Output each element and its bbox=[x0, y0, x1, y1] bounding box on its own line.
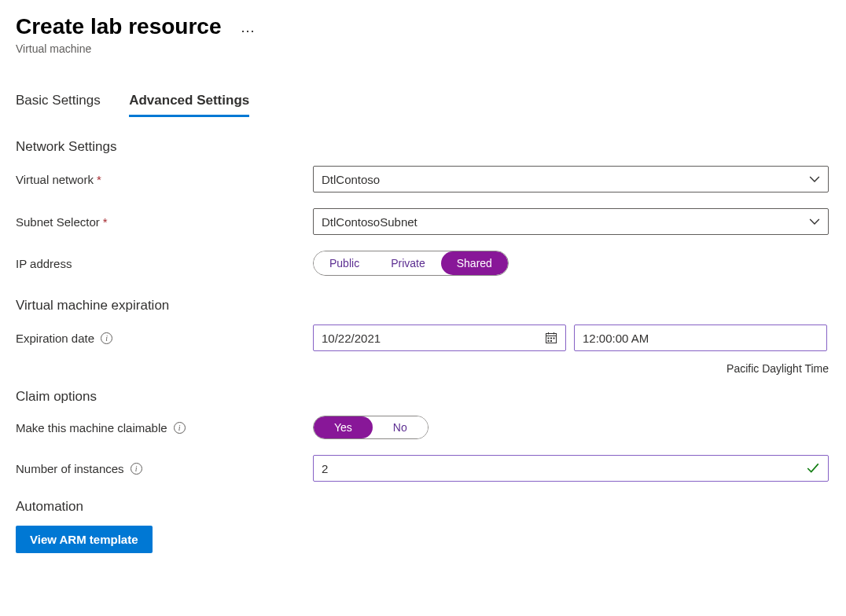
instances-label: Number of instances i bbox=[16, 462, 313, 475]
page-subtitle: Virtual machine bbox=[16, 42, 830, 55]
svg-rect-6 bbox=[554, 338, 555, 339]
tab-advanced-settings[interactable]: Advanced Settings bbox=[129, 93, 249, 117]
svg-rect-5 bbox=[550, 338, 552, 339]
checkmark-icon bbox=[806, 461, 820, 475]
claimable-no[interactable]: No bbox=[373, 416, 428, 438]
chevron-down-icon bbox=[809, 174, 820, 185]
section-vm-expiration: Virtual machine expiration bbox=[16, 298, 830, 314]
instances-label-text: Number of instances bbox=[16, 462, 124, 475]
calendar-icon bbox=[545, 332, 557, 344]
ip-option-shared[interactable]: Shared bbox=[441, 251, 508, 275]
expiration-time-value: 12:00:00 AM bbox=[583, 332, 649, 345]
expiration-time-input[interactable]: 12:00:00 AM bbox=[574, 324, 827, 351]
expiration-date-value: 10/22/2021 bbox=[322, 332, 381, 345]
expiration-date-label: Expiration date i bbox=[16, 332, 313, 345]
expiration-date-label-text: Expiration date bbox=[16, 332, 94, 345]
info-icon[interactable]: i bbox=[174, 422, 186, 434]
section-automation: Automation bbox=[16, 499, 830, 515]
virtual-network-label-text: Virtual network bbox=[16, 173, 94, 186]
ip-address-toggle: Public Private Shared bbox=[313, 251, 509, 276]
view-arm-template-button[interactable]: View ARM template bbox=[16, 526, 153, 553]
ip-address-label: IP address bbox=[16, 257, 313, 270]
required-indicator: * bbox=[97, 173, 101, 186]
section-claim-options: Claim options bbox=[16, 389, 830, 405]
subnet-selector-label: Subnet Selector * bbox=[16, 215, 313, 229]
claimable-label: Make this machine claimable i bbox=[16, 421, 313, 434]
virtual-network-value: DtlContoso bbox=[322, 173, 380, 186]
claimable-toggle: Yes No bbox=[313, 416, 429, 439]
instances-input[interactable]: 2 bbox=[313, 455, 829, 482]
section-network-settings: Network Settings bbox=[16, 139, 830, 155]
svg-rect-8 bbox=[550, 340, 552, 342]
page-title: Create lab resource bbox=[16, 14, 221, 39]
tab-basic-settings[interactable]: Basic Settings bbox=[16, 93, 101, 115]
virtual-network-dropdown[interactable]: DtlContoso bbox=[313, 166, 829, 192]
ip-option-private[interactable]: Private bbox=[375, 251, 441, 275]
required-indicator: * bbox=[103, 215, 108, 229]
tab-bar: Basic Settings Advanced Settings bbox=[16, 93, 830, 117]
subnet-selector-dropdown[interactable]: DtlContosoSubnet bbox=[313, 208, 829, 235]
info-icon[interactable]: i bbox=[101, 332, 112, 344]
subnet-selector-label-text: Subnet Selector bbox=[16, 215, 100, 229]
virtual-network-label: Virtual network * bbox=[16, 173, 313, 186]
ip-option-public[interactable]: Public bbox=[314, 251, 375, 275]
expiration-date-input[interactable]: 10/22/2021 bbox=[313, 324, 566, 351]
svg-rect-4 bbox=[548, 338, 550, 339]
more-actions-button[interactable]: ⋯ bbox=[241, 22, 256, 39]
claimable-yes[interactable]: Yes bbox=[314, 416, 373, 438]
claimable-label-text: Make this machine claimable bbox=[16, 421, 167, 434]
svg-rect-7 bbox=[548, 340, 550, 342]
instances-value: 2 bbox=[322, 462, 328, 475]
timezone-label: Pacific Daylight Time bbox=[16, 362, 829, 375]
subnet-selector-value: DtlContosoSubnet bbox=[322, 215, 417, 229]
info-icon[interactable]: i bbox=[131, 463, 142, 475]
chevron-down-icon bbox=[809, 216, 820, 227]
